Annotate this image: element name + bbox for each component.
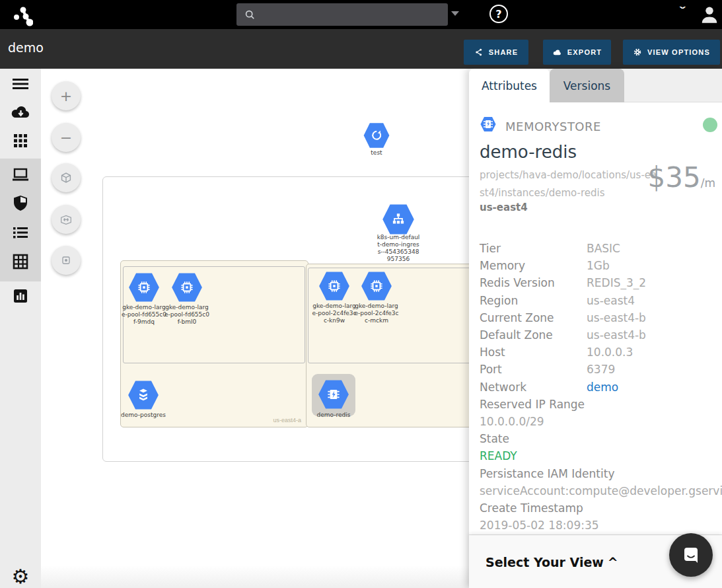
compute-chip-icon — [178, 279, 196, 296]
sidebar-item-settings[interactable]: ⚙ — [0, 563, 41, 588]
price-amount: $35 — [648, 161, 701, 194]
sidebar-item-table[interactable] — [0, 248, 41, 276]
service-type-label: MEMORYSTORE — [505, 120, 601, 133]
sql-layers-icon — [135, 386, 152, 404]
attributes-list: TierBASIC Memory1Gb Redis VersionREDIS_3… — [480, 240, 722, 534]
hamburger-icon — [11, 75, 30, 92]
attribute-value: us-east4-b — [587, 328, 646, 342]
dns-icon — [369, 128, 384, 143]
attribute-value: us-east4 — [587, 294, 635, 307]
share-button-label: SHARE — [489, 48, 519, 56]
user-profile-icon[interactable] — [698, 3, 721, 26]
cloud-icon — [552, 48, 562, 57]
attribute-value: BASIC — [587, 242, 620, 255]
share-button[interactable]: SHARE — [464, 40, 528, 65]
attribute-row-host: Host10.0.0.3 — [480, 344, 722, 361]
sidebar-item-security[interactable] — [0, 190, 41, 217]
search-input[interactable] — [260, 9, 432, 20]
gear-icon: ⚙ — [12, 567, 30, 587]
price-estimate: $35/m — [648, 161, 715, 194]
node-label-k8s-ingress: k8s-um-defaul t-demo-ingres s--454365348… — [365, 234, 431, 263]
attribute-row-current-zone: Current Zoneus-east4-b — [480, 309, 722, 326]
attribute-value: REDIS_3_2 — [587, 276, 646, 289]
collapse-caret-icon: ^ — [608, 555, 618, 570]
attribute-value: 1Gb — [587, 259, 610, 272]
laptop-icon — [11, 166, 30, 184]
compute-chip-icon — [368, 277, 385, 295]
app-window: ? ˇ demo SHARE EXPORT — [0, 0, 722, 588]
hava-logo-icon[interactable] — [5, 2, 33, 27]
search-dropdown-chevron-icon[interactable] — [451, 11, 459, 16]
tab-versions[interactable]: Versions — [550, 69, 624, 102]
bar-chart-icon — [12, 287, 29, 305]
attribute-value: us-east4-b — [587, 311, 646, 324]
sidebar-item-reports[interactable] — [0, 282, 41, 310]
sidebar-item-list[interactable] — [0, 219, 41, 246]
account-chevron-down-icon[interactable]: ˇ — [680, 5, 685, 19]
zoom-in-button[interactable]: + — [52, 81, 81, 110]
fit-view-button[interactable] — [52, 205, 81, 234]
attribute-row-network: Networkdemo — [480, 379, 722, 396]
share-nodes-icon — [474, 48, 484, 57]
attribute-row-redis-version: Redis VersionREDIS_3_2 — [480, 274, 722, 291]
compute-chip-icon — [326, 277, 343, 295]
environment-title: demo — [8, 40, 44, 55]
node-label-test: test — [343, 149, 410, 157]
sidebar-item-menu[interactable] — [0, 70, 41, 98]
sidebar-item-infrastructure[interactable] — [0, 161, 41, 189]
chat-widget-button[interactable] — [669, 533, 713, 577]
attribute-label-create-timestamp: Create Timestamp — [480, 499, 722, 517]
attribute-label: Network — [480, 381, 587, 394]
top-navigation-bar: ? ˇ — [0, 0, 722, 29]
environment-title-bar: demo SHARE EXPORT VIEW OPTIONS — [0, 29, 722, 69]
node-label-gke-b2: gke-demo-larg e-pool-2c4fe3c c-mckm — [343, 303, 410, 324]
view-options-button[interactable]: VIEW OPTIONS — [623, 40, 720, 65]
price-unit: /m — [701, 176, 715, 190]
memorystore-icon — [480, 116, 497, 132]
attribute-label: Port — [480, 363, 587, 376]
status-indicator — [703, 118, 717, 132]
attribute-row-port: Port6379 — [480, 361, 722, 378]
attribute-value-reserved-ip: 10.0.0.0/29 — [480, 413, 722, 430]
attribute-row-memory: Memory1Gb — [480, 257, 722, 274]
left-sidebar: ⚙ — [0, 69, 41, 588]
attribute-label: Current Zone — [480, 311, 587, 324]
resource-name: demo-redis — [480, 142, 577, 162]
zoom-out-button[interactable]: − — [52, 123, 81, 152]
attribute-row-default-zone: Default Zoneus-east4-b — [480, 326, 722, 344]
panel-tab-bar: Attributes Versions — [469, 69, 722, 102]
search-box[interactable] — [236, 3, 448, 26]
attribute-label-persistance-iam: Persistance IAM Identity — [480, 464, 722, 482]
center-icon — [59, 254, 73, 267]
attribute-label-state: State — [480, 430, 722, 447]
list-icon — [11, 224, 30, 241]
attribute-label: Default Zone — [480, 328, 587, 342]
center-view-button[interactable] — [52, 246, 81, 275]
network-link[interactable]: demo — [587, 381, 618, 394]
resource-path: projects/hava-demo/locations/us-ea st4/i… — [480, 166, 657, 202]
gear-icon — [633, 48, 642, 57]
tab-attributes[interactable]: Attributes — [469, 69, 550, 102]
package-view-button[interactable] — [52, 163, 81, 192]
select-view-label: Select Your View^ — [486, 555, 618, 570]
node-label-gke-a2: gke-demo-larg e-pool-fd655c0 f-bml0 — [154, 304, 220, 326]
bottom-sheet-shadow — [41, 566, 469, 588]
view-options-button-label: VIEW OPTIONS — [647, 48, 710, 56]
node-label-demo-postgres: demo-postgres — [110, 412, 176, 419]
export-button-label: EXPORT — [567, 48, 602, 56]
export-button[interactable]: EXPORT — [543, 40, 611, 65]
attribute-label: Host — [480, 346, 587, 359]
attribute-value-state: READY — [480, 447, 722, 464]
help-icon[interactable]: ? — [489, 5, 508, 23]
attribute-label: Tier — [480, 242, 587, 255]
chat-bubble-icon — [680, 544, 702, 566]
sidebar-item-environments[interactable] — [0, 98, 41, 126]
attributes-panel: Attributes Versions MEMORYSTORE demo-red… — [469, 69, 722, 588]
apps-grid-icon — [11, 131, 30, 150]
attribute-row-region: Regionus-east4 — [480, 292, 722, 309]
attribute-value-create-timestamp: 2019-05-02 18:09:35 — [480, 517, 722, 534]
sidebar-item-apps[interactable] — [0, 127, 41, 155]
attribute-value-persistance-iam: serviceAccount:compute@developer.gservic… — [480, 482, 722, 499]
resource-region: us-east4 — [480, 202, 528, 213]
attribute-label: Memory — [480, 259, 587, 272]
